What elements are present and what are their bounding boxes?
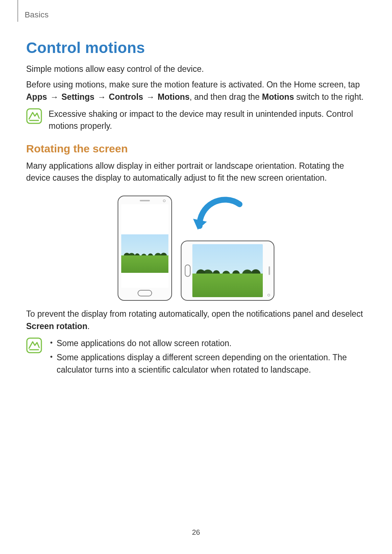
- camera-dot-icon: [268, 294, 270, 296]
- screen-rotation-label: Screen rotation: [26, 321, 87, 331]
- header-divider: [17, 0, 18, 22]
- phone-landscape: [181, 241, 274, 301]
- path-controls: Controls: [109, 92, 143, 102]
- note-1-text: Excessive shaking or impact to the devic…: [49, 108, 366, 132]
- arrow-1: →: [49, 92, 59, 102]
- arrow-2: →: [97, 92, 106, 102]
- arrow-3: →: [146, 92, 155, 102]
- portrait-photo: [121, 234, 168, 273]
- rotate-arrow-icon: [192, 193, 247, 233]
- note-2-bullets: Some applications do not allow screen ro…: [49, 337, 366, 376]
- note-block-1: Excessive shaking or impact to the devic…: [26, 108, 366, 132]
- intro-paragraph-2: Before using motions, make sure the moti…: [26, 79, 366, 103]
- intro2-mid: , and then drag the: [189, 92, 262, 102]
- camera-dot-icon: [163, 200, 166, 202]
- rotate-paragraph: Many applications allow display in eithe…: [26, 160, 366, 184]
- svg-rect-2: [27, 338, 41, 353]
- note-2-text: Some applications do not allow screen ro…: [49, 337, 366, 378]
- prevent-end: .: [87, 321, 90, 331]
- subheading-rotating: Rotating the screen: [26, 143, 366, 155]
- path-settings: Settings: [61, 92, 94, 102]
- rotation-illustration: [26, 188, 366, 301]
- note-bullet-2: Some applications display a different sc…: [49, 352, 366, 376]
- prevent-pre: To prevent the display from rotating aut…: [26, 309, 363, 319]
- prevent-paragraph: To prevent the display from rotating aut…: [26, 308, 366, 332]
- note-icon: [26, 337, 42, 353]
- note-block-2: Some applications do not allow screen ro…: [26, 337, 366, 378]
- manual-page: Basics Control motions Simple motions al…: [0, 0, 392, 554]
- intro2-pre: Before using motions, make sure the moti…: [26, 80, 360, 89]
- svg-rect-0: [27, 109, 41, 123]
- landscape-screen: [192, 244, 263, 297]
- intro2-end: switch to the right.: [294, 92, 364, 102]
- path-apps: Apps: [26, 92, 47, 102]
- path-motions: Motions: [158, 92, 189, 102]
- phone-portrait: [118, 196, 172, 301]
- landscape-photo: [192, 244, 263, 297]
- section-label: Basics: [25, 10, 49, 20]
- motions-switch-label: Motions: [262, 92, 294, 102]
- page-number: 26: [0, 528, 392, 537]
- page-content: Control motions Simple motions allow eas…: [26, 0, 366, 378]
- note-bullet-1: Some applications do not allow screen ro…: [49, 337, 366, 349]
- note-icon: [26, 108, 42, 124]
- page-title: Control motions: [26, 39, 366, 57]
- intro-paragraph-1: Simple motions allow easy control of the…: [26, 63, 366, 75]
- portrait-screen: [121, 204, 168, 288]
